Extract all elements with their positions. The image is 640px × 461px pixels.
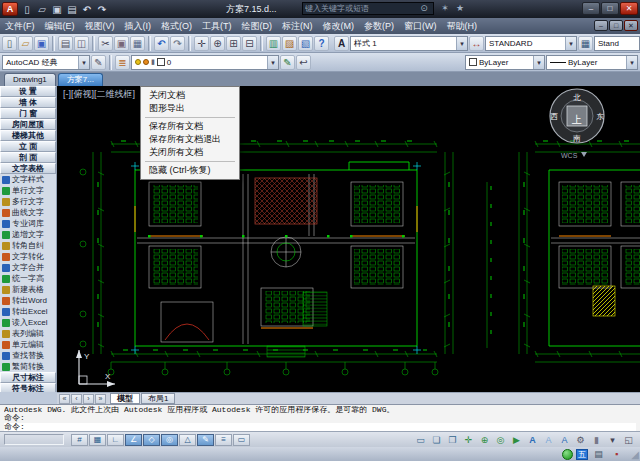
- communication-center-icon[interactable]: [438, 2, 452, 15]
- screen-menu-item[interactable]: 专业词库: [0, 218, 56, 229]
- drawing-canvas[interactable]: 上 北 南 西 东 WCS X Y [-][俯视][二维线框]: [57, 86, 640, 392]
- screen-menu-item[interactable]: 立 面: [0, 141, 56, 152]
- screen-menu-item[interactable]: 繁简转换: [0, 361, 56, 372]
- screen-menu-item[interactable]: 转出Excel: [0, 306, 56, 317]
- compass-east-label[interactable]: 东: [596, 112, 604, 121]
- model-icon[interactable]: [413, 434, 428, 446]
- redo-icon[interactable]: [170, 36, 185, 51]
- lwt-icon[interactable]: [215, 434, 232, 446]
- layout-tab[interactable]: 布局1: [141, 393, 175, 404]
- search-input[interactable]: [305, 4, 417, 13]
- clean-icon[interactable]: [621, 434, 636, 446]
- menu-item[interactable]: 插入(I): [120, 18, 157, 34]
- msprev-icon[interactable]: [71, 394, 82, 404]
- context-menu-item[interactable]: 关闭所有文档: [142, 146, 238, 159]
- workspace-combo[interactable]: AutoCAD 经典: [2, 55, 90, 70]
- layer-previous-icon[interactable]: [296, 55, 311, 70]
- screen-menu-item[interactable]: 曲线文字: [0, 207, 56, 218]
- gear-icon[interactable]: [573, 434, 588, 446]
- copy-icon[interactable]: [114, 36, 129, 51]
- screen-menu-item[interactable]: 统一字高: [0, 273, 56, 284]
- annscale-icon[interactable]: [525, 434, 540, 446]
- screen-menu-item[interactable]: 单行文字: [0, 185, 56, 196]
- plot-icon[interactable]: [58, 36, 73, 51]
- qp-icon[interactable]: [233, 434, 250, 446]
- polar-icon[interactable]: [125, 434, 142, 446]
- search-icon[interactable]: [417, 2, 431, 15]
- lock-icon[interactable]: [589, 434, 604, 446]
- close-button[interactable]: [620, 2, 638, 15]
- ime-icon[interactable]: [562, 449, 573, 460]
- screen-menu-item[interactable]: 符号标注: [0, 383, 56, 392]
- new-icon[interactable]: [2, 36, 17, 51]
- context-menu-item[interactable]: 关闭文档: [142, 89, 238, 102]
- screen-menu-item[interactable]: 多行文字: [0, 196, 56, 207]
- layer-on-icon[interactable]: [135, 59, 141, 65]
- screen-menu-item[interactable]: 墙 体: [0, 97, 56, 108]
- screen-menu-item[interactable]: 楼梯其他: [0, 130, 56, 141]
- menu-item[interactable]: 工具(T): [197, 18, 237, 34]
- color-combo[interactable]: ByLayer: [465, 55, 545, 70]
- document-tab[interactable]: 方案7...: [58, 73, 103, 86]
- navigation-compass[interactable]: 上 北 南 西 东: [550, 89, 604, 143]
- combo-arrow-icon[interactable]: [78, 56, 89, 69]
- screen-menu-item[interactable]: 房间屋顶: [0, 119, 56, 130]
- compass-top-label[interactable]: 上: [571, 114, 582, 125]
- minimize-button[interactable]: [582, 2, 600, 15]
- wcs-menu[interactable]: WCS: [561, 152, 587, 159]
- table-style-combo[interactable]: Stand: [594, 36, 640, 51]
- tray-status-icon[interactable]: [609, 448, 624, 460]
- context-menu-item[interactable]: 保存所有文档退出: [142, 133, 238, 146]
- pan2-icon[interactable]: [461, 434, 476, 446]
- zoom-icon[interactable]: [210, 36, 225, 51]
- screen-menu-item[interactable]: 查找替换: [0, 350, 56, 361]
- mdi-minimize-button[interactable]: [594, 20, 608, 31]
- save-icon[interactable]: [50, 3, 64, 16]
- layout-tab[interactable]: 模型: [110, 393, 140, 404]
- workspace-settings-icon[interactable]: [91, 55, 106, 70]
- screen-menu-item[interactable]: 文字样式: [0, 174, 56, 185]
- screen-menu-item[interactable]: 读入Excel: [0, 317, 56, 328]
- screen-menu-item[interactable]: 表列编辑: [0, 328, 56, 339]
- context-menu-item[interactable]: [145, 161, 235, 162]
- annvis-icon[interactable]: [541, 434, 556, 446]
- viewport-controls[interactable]: [-][俯视][二维线框]: [63, 88, 135, 101]
- cut-icon[interactable]: [98, 36, 113, 51]
- save-icon[interactable]: [34, 36, 49, 51]
- maximize-button[interactable]: [601, 2, 619, 15]
- open-icon[interactable]: [35, 3, 49, 16]
- msfirst-icon[interactable]: [59, 394, 70, 404]
- linetype-combo[interactable]: ByLayer: [546, 55, 638, 70]
- qvlayout-icon[interactable]: [429, 434, 444, 446]
- command-prompt[interactable]: 命令:: [4, 423, 636, 431]
- qvdraw-icon[interactable]: [445, 434, 460, 446]
- menu-item[interactable]: 格式(O): [156, 18, 197, 34]
- layer-lock-icon[interactable]: [151, 58, 155, 66]
- preview-icon[interactable]: [74, 36, 89, 51]
- undo-icon[interactable]: [80, 3, 94, 16]
- context-menu-item[interactable]: 隐藏 (Ctrl-恢复): [142, 164, 238, 177]
- zoomwin-icon[interactable]: [226, 36, 241, 51]
- compass-north-label[interactable]: 北: [573, 93, 581, 102]
- redo-icon[interactable]: [95, 3, 109, 16]
- screen-menu-item[interactable]: 递增文字: [0, 229, 56, 240]
- otrack-icon[interactable]: [161, 434, 178, 446]
- dim-style-icon[interactable]: [469, 36, 484, 51]
- application-menu-button[interactable]: [2, 2, 18, 16]
- favorites-icon[interactable]: [453, 2, 467, 15]
- osnap-icon[interactable]: [143, 434, 160, 446]
- text-style-icon[interactable]: [334, 36, 349, 51]
- screen-menu-item[interactable]: 新建表格: [0, 284, 56, 295]
- grid-icon[interactable]: [89, 434, 106, 446]
- combo-arrow-icon[interactable]: [267, 56, 278, 69]
- palettes-icon[interactable]: [298, 36, 313, 51]
- context-menu-item[interactable]: 保存所有文档: [142, 120, 238, 133]
- annauto-icon[interactable]: [557, 434, 572, 446]
- keyboard-icon[interactable]: [591, 448, 606, 460]
- screen-menu-item[interactable]: 文字表格: [0, 163, 56, 174]
- make-layer-current-icon[interactable]: [280, 55, 295, 70]
- snap-icon[interactable]: [71, 434, 88, 446]
- new-icon[interactable]: [20, 3, 34, 16]
- combo-arrow-icon[interactable]: [456, 37, 467, 50]
- menu-item[interactable]: 视图(V): [80, 18, 120, 34]
